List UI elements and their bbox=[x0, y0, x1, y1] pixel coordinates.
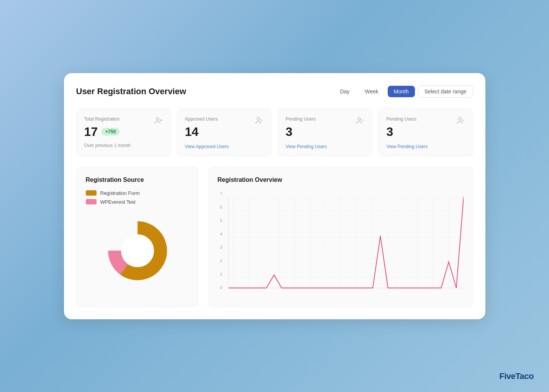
stat-pending-users-1: Pending Users 3 View Pending Users bbox=[278, 108, 372, 156]
svg-rect-20 bbox=[228, 197, 464, 288]
brand-logo: FiveTaco bbox=[499, 371, 534, 381]
svg-text:5: 5 bbox=[220, 219, 222, 223]
svg-text:6: 6 bbox=[220, 205, 222, 209]
stat-approved-label: Approved Users bbox=[185, 116, 264, 122]
user-check-icon bbox=[255, 116, 264, 127]
stat-total-badge: +750 bbox=[102, 128, 120, 136]
legend-color-form bbox=[86, 190, 97, 196]
line-chart-area: 0 1 2 3 4 5 6 7 bbox=[218, 190, 464, 297]
legend-color-test bbox=[86, 199, 97, 204]
user-plus-icon bbox=[154, 116, 163, 127]
user-minus-icon-2 bbox=[457, 116, 465, 127]
stat-pending-users-2: Pending Users 3 View Pending Users bbox=[379, 108, 473, 156]
legend-label-test: WPEverest Test bbox=[100, 199, 136, 205]
stat-pending2-label: Pending Users bbox=[387, 116, 465, 122]
period-week-button[interactable]: Week bbox=[359, 86, 385, 97]
svg-point-11 bbox=[121, 235, 154, 267]
stat-total-sub: Over previous 1 month bbox=[84, 143, 163, 148]
stat-approved-users: Approved Users 14 View Approved Users bbox=[177, 108, 272, 156]
stat-pending2-value: 3 bbox=[387, 125, 465, 139]
svg-text:3: 3 bbox=[220, 245, 222, 250]
user-minus-icon-1 bbox=[356, 116, 364, 127]
legend-item-test: WPEverest Test bbox=[86, 199, 189, 205]
svg-point-0 bbox=[156, 117, 159, 120]
registration-source-card: Registration Source Registration Form WP… bbox=[76, 167, 199, 307]
line-chart-svg: 0 1 2 3 4 5 6 7 bbox=[218, 190, 464, 297]
legend-label-form: Registration Form bbox=[100, 190, 140, 196]
stat-pending1-value: 3 bbox=[286, 125, 364, 139]
legend-item-form: Registration Form bbox=[86, 190, 189, 196]
period-controls: Day Week Month Select date range bbox=[334, 85, 473, 98]
legend: Registration Form WPEverest Test bbox=[86, 190, 189, 205]
svg-text:4: 4 bbox=[220, 232, 222, 236]
stat-pending1-label: Pending Users bbox=[286, 116, 364, 122]
stat-total-label: Total Registraiton bbox=[84, 116, 163, 122]
svg-text:1: 1 bbox=[220, 272, 222, 276]
stats-row: Total Registraiton 17 +750 Over previous… bbox=[76, 108, 473, 156]
registration-overview-card: Registration Overview 0 1 2 3 4 5 bbox=[208, 167, 473, 307]
svg-point-5 bbox=[357, 117, 360, 120]
svg-point-3 bbox=[257, 117, 259, 120]
stat-total-value: 17 +750 bbox=[84, 125, 163, 139]
stat-approved-value: 14 bbox=[185, 125, 264, 139]
period-day-button[interactable]: Day bbox=[334, 86, 356, 97]
svg-text:0: 0 bbox=[220, 286, 222, 290]
registration-source-title: Registration Source bbox=[86, 176, 189, 183]
date-range-button[interactable]: Select date range bbox=[418, 85, 473, 98]
svg-text:2: 2 bbox=[220, 259, 222, 263]
svg-text:7: 7 bbox=[220, 192, 222, 196]
registration-overview-title: Registration Overview bbox=[218, 176, 464, 183]
page-title: User Registration Overview bbox=[76, 87, 186, 96]
view-pending1-link[interactable]: View Pending Users bbox=[286, 144, 327, 149]
donut-chart-container bbox=[86, 212, 189, 289]
period-month-button[interactable]: Month bbox=[388, 86, 415, 97]
bottom-row: Registration Source Registration Form WP… bbox=[76, 167, 473, 307]
main-card: User Registration Overview Day Week Mont… bbox=[64, 73, 485, 319]
stat-total-registration: Total Registraiton 17 +750 Over previous… bbox=[76, 108, 171, 156]
view-pending2-link[interactable]: View Pending Users bbox=[387, 144, 428, 149]
view-approved-link[interactable]: View Approved Users bbox=[185, 144, 229, 149]
donut-chart bbox=[103, 216, 172, 285]
svg-point-7 bbox=[458, 117, 461, 120]
dashboard-header: User Registration Overview Day Week Mont… bbox=[76, 85, 473, 98]
